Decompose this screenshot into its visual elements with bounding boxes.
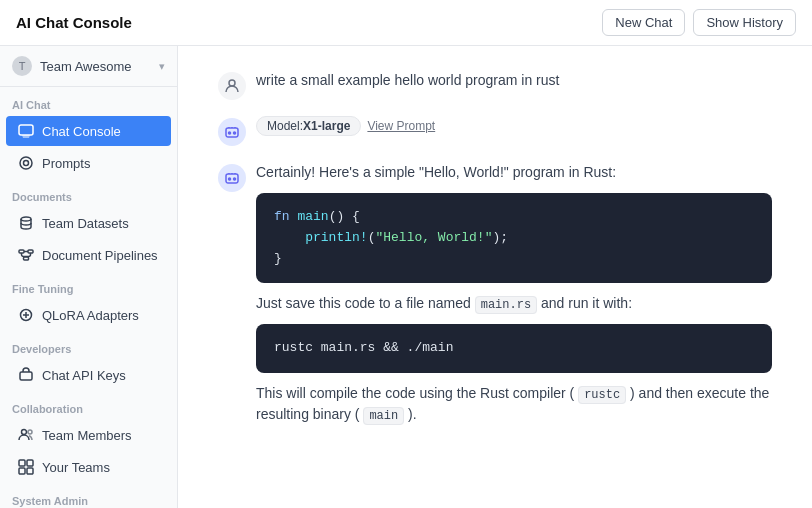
team-name: Team Awesome: [40, 59, 151, 74]
svg-rect-11: [19, 460, 25, 466]
sidebar-item-team-members[interactable]: Team Members: [6, 420, 171, 450]
sidebar-section-ai-chat: AI Chat: [0, 87, 177, 115]
svg-rect-14: [27, 468, 33, 474]
svg-point-21: [229, 178, 231, 180]
sidebar-section-system-admin: System Admin: [0, 483, 177, 508]
svg-point-9: [22, 430, 27, 435]
svg-rect-12: [27, 460, 33, 466]
model-tag: Model:X1-large: [256, 116, 361, 136]
top-bar-actions: New Chat Show History: [602, 9, 796, 36]
sidebar-item-label: Chat Console: [42, 124, 121, 139]
sidebar: T Team Awesome ▾ AI Chat Chat Console Pr…: [0, 46, 178, 508]
svg-rect-0: [19, 125, 33, 135]
ai-message: Certainly! Here's a simple "Hello, World…: [218, 162, 772, 425]
model-badge-content: Model:X1-large View Prompt: [256, 116, 772, 144]
rustc-code: rustc: [578, 386, 626, 404]
save-instruction: Just save this code to a file named main…: [256, 293, 772, 314]
qlora-icon: [18, 307, 34, 323]
ai-avatar: [218, 118, 246, 146]
compile-explanation: This will compile the code using the Rus…: [256, 383, 772, 425]
code-block-rust: fn main() { println!("Hello, World!"); }: [256, 193, 772, 283]
sidebar-item-chat-api-keys[interactable]: Chat API Keys: [6, 360, 171, 390]
main-layout: T Team Awesome ▾ AI Chat Chat Console Pr…: [0, 46, 812, 508]
sidebar-item-label: QLoRA Adapters: [42, 308, 139, 323]
svg-rect-4: [19, 250, 24, 253]
svg-point-19: [234, 132, 236, 134]
sidebar-section-fine-tuning: Fine Tuning: [0, 271, 177, 299]
user-avatar: [218, 72, 246, 100]
chat-area: write a small example hello world progra…: [178, 46, 812, 508]
filename-code: main.rs: [475, 296, 537, 314]
svg-point-3: [21, 217, 31, 221]
svg-point-2: [24, 161, 29, 166]
page-title: AI Chat Console: [16, 14, 132, 31]
sidebar-item-label: Chat API Keys: [42, 368, 126, 383]
sidebar-item-label: Document Pipelines: [42, 248, 158, 263]
your-teams-icon: [18, 459, 34, 475]
svg-point-10: [28, 430, 32, 434]
team-avatar-icon: T: [12, 56, 32, 76]
svg-point-16: [229, 80, 235, 86]
svg-point-18: [229, 132, 231, 134]
ai-message-content: Certainly! Here's a simple "Hello, World…: [256, 162, 772, 425]
top-bar-left: AI Chat Console: [16, 14, 132, 31]
show-history-button[interactable]: Show History: [693, 9, 796, 36]
sidebar-item-label: Prompts: [42, 156, 90, 171]
model-info-row: Model:X1-large View Prompt: [218, 116, 772, 146]
user-message-content: write a small example hello world progra…: [256, 70, 772, 91]
code-block-run: rustc main.rs && ./main: [256, 324, 772, 373]
sidebar-item-chat-console[interactable]: Chat Console: [6, 116, 171, 146]
sidebar-item-document-pipelines[interactable]: Document Pipelines: [6, 240, 171, 270]
pipelines-icon: [18, 247, 34, 263]
sidebar-item-prompts[interactable]: Prompts: [6, 148, 171, 178]
main-code: main: [363, 407, 404, 425]
ai-response-intro: Certainly! Here's a simple "Hello, World…: [256, 162, 772, 183]
svg-rect-8: [20, 372, 32, 380]
sidebar-item-qlora-adapters[interactable]: QLoRA Adapters: [6, 300, 171, 330]
user-message-text: write a small example hello world progra…: [256, 70, 772, 91]
datasets-icon: [18, 215, 34, 231]
sidebar-item-label: Team Members: [42, 428, 132, 443]
model-badge: Model:X1-large View Prompt: [256, 116, 435, 136]
top-bar: AI Chat Console New Chat Show History: [0, 0, 812, 46]
svg-point-22: [234, 178, 236, 180]
svg-rect-20: [226, 174, 238, 183]
user-message: write a small example hello world progra…: [218, 70, 772, 100]
sidebar-item-label: Your Teams: [42, 460, 110, 475]
sidebar-item-team-datasets[interactable]: Team Datasets: [6, 208, 171, 238]
ai-response-avatar: [218, 164, 246, 192]
new-chat-button[interactable]: New Chat: [602, 9, 685, 36]
svg-point-1: [20, 157, 32, 169]
svg-rect-5: [28, 250, 33, 253]
svg-rect-13: [19, 468, 25, 474]
sidebar-section-documents: Documents: [0, 179, 177, 207]
sidebar-section-collaboration: Collaboration: [0, 391, 177, 419]
prompts-icon: [18, 155, 34, 171]
sidebar-section-developers: Developers: [0, 331, 177, 359]
sidebar-team-selector[interactable]: T Team Awesome ▾: [0, 46, 177, 87]
api-keys-icon: [18, 367, 34, 383]
sidebar-item-label: Team Datasets: [42, 216, 129, 231]
chevron-down-icon: ▾: [159, 60, 165, 73]
svg-rect-17: [226, 128, 238, 137]
view-prompt-link[interactable]: View Prompt: [367, 119, 435, 133]
svg-rect-6: [24, 257, 29, 260]
chat-console-icon: [18, 123, 34, 139]
team-members-icon: [18, 427, 34, 443]
sidebar-item-your-teams[interactable]: Your Teams: [6, 452, 171, 482]
